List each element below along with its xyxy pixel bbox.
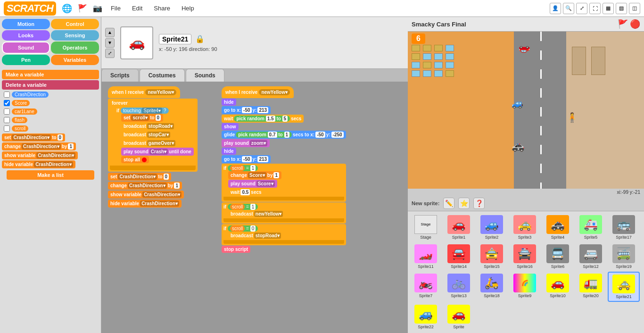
category-motion[interactable]: Motion	[2, 19, 50, 29]
var-check-score[interactable]	[4, 100, 10, 106]
category-looks[interactable]: Looks	[2, 30, 50, 41]
layout1-icon[interactable]: ▦	[603, 3, 614, 14]
scripts-area[interactable]: when I receive newYellow▾ forever if tou…	[101, 82, 408, 333]
if-scroll-1-block[interactable]: if scroll = 1 change Score▾ by 1 play so…	[222, 164, 346, 202]
wait-block[interactable]: wait pick random 1.5 to 5 secs	[222, 115, 304, 123]
make-variable-btn[interactable]: Make a variable	[2, 70, 99, 79]
change-crashdir-block[interactable]: change CrashDirection▾ by 1	[2, 142, 76, 150]
show-var-block[interactable]: show variable CrashDirection▾	[2, 151, 78, 159]
set-crashdir-block[interactable]: set CrashDirection▾ to 0	[2, 133, 65, 142]
var-check-scroll[interactable]	[4, 125, 10, 132]
sprite-item-18[interactable]: 🛵 Sprite18	[476, 272, 508, 302]
tab-costumes[interactable]: Costumes	[140, 69, 185, 82]
hide-block[interactable]: hide	[222, 99, 236, 106]
share-menu[interactable]: Share	[151, 4, 173, 13]
help-menu[interactable]: Help	[179, 4, 197, 13]
layout2-icon[interactable]: ▧	[616, 3, 627, 14]
goto2-block[interactable]: go to x: -50 y: 213	[222, 155, 271, 163]
tab-scripts[interactable]: Scripts	[101, 69, 139, 82]
user-icon[interactable]: 👤	[550, 3, 561, 14]
event-block-2[interactable]: when I receive newYellow▾	[222, 86, 294, 98]
goto-block[interactable]: go to x: -50 y: 213	[222, 106, 271, 114]
delete-variable-btn[interactable]: Delete a variable	[2, 80, 99, 90]
nav-up-btn[interactable]: ▲	[105, 28, 115, 37]
tab-sounds[interactable]: Sounds	[186, 69, 224, 82]
fullscreen-icon[interactable]: ⛶	[589, 3, 601, 14]
sprite-item-19[interactable]: 🚎 Sprite19	[608, 242, 640, 271]
sprite-item-17[interactable]: 🚌 Sprite17	[608, 213, 640, 241]
if-scroll-0-block[interactable]: if scroll = 0 broadcast stopRoad▾	[222, 224, 346, 245]
make-list-btn[interactable]: Make a list	[7, 170, 94, 180]
sprite-item-15[interactable]: 🚖 Sprite15	[476, 242, 508, 271]
sprite-item-5[interactable]: 🚑 Sprite5	[575, 213, 607, 241]
category-control[interactable]: Control	[51, 19, 99, 29]
broadcast-stoproad-block[interactable]: broadcast stopRoad▾	[121, 122, 176, 130]
sprite-thumb-16: 🚔	[513, 244, 536, 263]
sprite-item-12[interactable]: 🚐 Sprite12	[575, 242, 607, 271]
var-check-car1lane[interactable]	[4, 108, 10, 115]
sprite-item-20[interactable]: 🚛 Sprite20	[575, 272, 607, 302]
nav-maximize-btn[interactable]: ⤢	[105, 49, 115, 58]
flag-icon[interactable]: 🚩	[78, 4, 87, 13]
sprite-item-10[interactable]: 🚗 Sprite10	[542, 272, 574, 302]
var-check-crashdirection[interactable]	[4, 92, 10, 98]
set-scroll-block[interactable]: set scroll▾ to 0	[121, 114, 163, 122]
stop-btn[interactable]: 🔴	[630, 19, 640, 29]
set-crashdir-outer-block[interactable]: set CrashDirection▾ to 0	[108, 173, 171, 181]
sprite-item-3[interactable]: 🚕 Sprite3	[509, 213, 541, 241]
play-sound-crash-block[interactable]: play sound Crash▾ until done	[121, 148, 194, 156]
category-operators[interactable]: Operators	[51, 42, 99, 54]
paint-sprite-btn[interactable]: ✏️	[443, 198, 454, 209]
hide-var-block[interactable]: hide variable CrashDirection▾	[2, 160, 75, 168]
sprite-item-13[interactable]: 🚲 Sprite13	[443, 272, 475, 302]
sprite-item-1[interactable]: 🚗 Sprite1	[443, 213, 475, 241]
change-crashdir-outer-block[interactable]: change CrashDirection▾ by 1	[108, 182, 182, 190]
category-sensing[interactable]: Sensing	[51, 30, 99, 41]
expand-icon[interactable]: ⤢	[576, 3, 587, 14]
sprite-item-7[interactable]: 🏍️ Sprite7	[410, 272, 442, 302]
green-flag-btn[interactable]: 🚩	[618, 19, 628, 29]
lock-icon[interactable]: 🔒	[195, 34, 205, 43]
sprite-item-9[interactable]: 🌈 Sprite9	[509, 272, 541, 302]
sprite-item-extra[interactable]: 🚗 Sprite	[443, 303, 475, 331]
layout3-icon[interactable]: ◫	[629, 3, 640, 14]
show-var-outer-block[interactable]: show variable CrashDirection▾	[108, 191, 184, 199]
category-variables[interactable]: Variables	[51, 55, 99, 65]
sprite-item-4[interactable]: 🚓 Sprite4	[542, 213, 574, 241]
scratch-logo[interactable]: SCRATCH	[4, 1, 56, 16]
event-block-1[interactable]: when I receive newYellow▾	[108, 86, 180, 98]
forever-block[interactable]: forever if touching Sprite4▾ ? set scrol…	[108, 99, 198, 172]
sprite-item-22[interactable]: 🚙 Sprite22	[410, 303, 442, 331]
sprite-item-2[interactable]: 🚙 Sprite2	[476, 213, 508, 241]
play-zoom-block[interactable]: play sound zoom▾	[222, 139, 270, 147]
broadcast-gameover-block[interactable]: broadcast gameOver▾	[121, 139, 178, 147]
search-icon[interactable]: 🔍	[563, 3, 574, 14]
sprite-item-6[interactable]: 🚍 Sprite6	[542, 242, 574, 271]
hide-var-outer-block[interactable]: hide variable CrashDirection▾	[108, 200, 182, 208]
sprite-name-field[interactable]: Sprite21	[159, 34, 191, 44]
category-pen[interactable]: Pen	[2, 55, 50, 65]
category-sound[interactable]: Sound	[2, 42, 50, 54]
stage-item[interactable]: Stage Stage	[410, 213, 442, 241]
help-sprite-btn[interactable]: ❓	[473, 198, 485, 209]
if-block[interactable]: if touching Sprite4▾ ? set scroll▾ to 0 …	[115, 107, 196, 165]
star-sprite-btn[interactable]: ⭐	[458, 198, 470, 209]
glide-block[interactable]: glide pick random 0.7 to 1 secs to x: -5…	[222, 131, 346, 139]
sprite-item-14[interactable]: 🚘 Sprite14	[443, 242, 475, 271]
camera-icon[interactable]: 📷	[93, 4, 102, 13]
nav-down-btn[interactable]: ▼	[105, 38, 115, 48]
sprite-item-11[interactable]: 🏎️ Sprite11	[410, 242, 442, 271]
stage-canvas[interactable]: 6 🚗 🚙 🚓 🧍	[408, 32, 644, 189]
globe-icon[interactable]: 🌐	[62, 3, 72, 14]
file-menu[interactable]: File	[108, 4, 124, 13]
sprite-item-16[interactable]: 🚔 Sprite16	[509, 242, 541, 271]
stop-script-block[interactable]: stop script	[222, 246, 250, 253]
var-check-flash[interactable]	[4, 117, 10, 123]
hide2-block[interactable]: hide	[222, 148, 236, 155]
if-scroll-1b-block[interactable]: if scroll = 1 broadcast newYellow▾	[222, 202, 346, 224]
edit-menu[interactable]: Edit	[129, 4, 145, 13]
broadcast-stopcar-block[interactable]: broadcast stopCar▾	[121, 131, 173, 139]
stop-all-block[interactable]: stop all	[121, 156, 149, 163]
show-block[interactable]: show	[222, 123, 239, 130]
sprite-item-21[interactable]: 🚕 Sprite21	[608, 272, 640, 302]
